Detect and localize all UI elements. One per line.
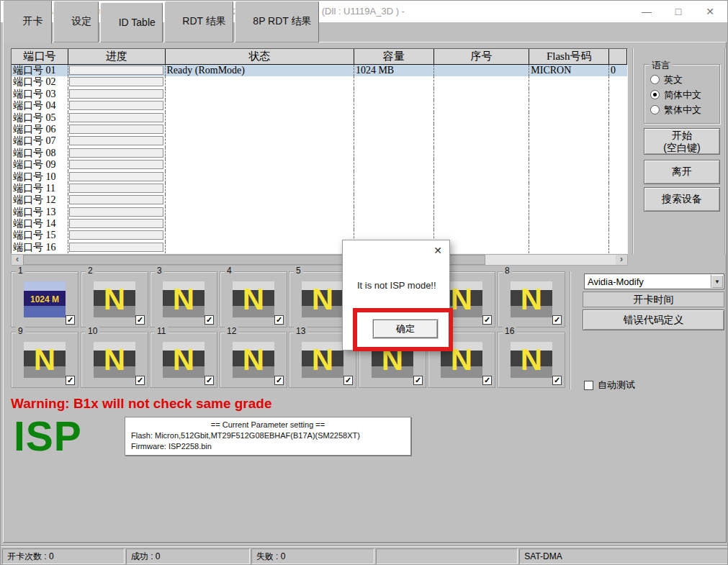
table-row[interactable]: 端口号 12 (12, 194, 627, 206)
status-cell (166, 183, 354, 194)
device-checkbox[interactable]: ✓ (274, 376, 284, 385)
serial-cell (434, 112, 530, 124)
tab-2[interactable]: ID Table (100, 2, 163, 42)
column-header[interactable]: 端口号 (12, 49, 68, 65)
dialog-close-icon[interactable]: ✕ (433, 245, 442, 256)
column-header[interactable]: 容量 (354, 49, 434, 65)
device-status-icon: N (94, 281, 135, 317)
flash-cell (529, 230, 609, 241)
table-row[interactable]: 端口号 03 (12, 89, 627, 100)
device-checkbox[interactable]: ✓ (413, 376, 423, 385)
chevron-down-icon[interactable]: ▼ (711, 275, 723, 288)
table-row[interactable]: 端口号 05 (12, 112, 627, 124)
capacity-cell (354, 183, 434, 194)
capacity-text (354, 171, 356, 182)
app-window: SMI Mass Production Tool - SM2258XT V102… (0, 0, 728, 565)
device-slot: 3 N ✓ (150, 271, 217, 327)
language-option[interactable]: 简体中文 (650, 87, 701, 102)
device-checkbox[interactable]: ✓ (343, 376, 353, 385)
status-cell (166, 89, 354, 100)
port-cell: 端口号 06 (12, 124, 68, 135)
progress-bar (69, 243, 163, 252)
column-header[interactable] (609, 49, 627, 65)
scan-devices-button[interactable]: 搜索设备 (644, 187, 720, 212)
device-icon-label: N (163, 342, 205, 378)
tab-label: ID Table (119, 17, 156, 28)
tab-0[interactable]: 开卡 (3, 0, 52, 44)
table-row[interactable]: 端口号 08 (12, 148, 627, 159)
device-checkbox[interactable]: ✓ (205, 376, 214, 385)
device-slot: 9 N ✓ (11, 332, 78, 388)
table-row[interactable]: 端口号 15 (12, 230, 627, 241)
capacity-text (354, 112, 356, 123)
extra-text (609, 112, 611, 123)
card-time-button[interactable]: 开卡时间 (583, 291, 724, 307)
column-header[interactable]: 序号 (434, 49, 530, 65)
table-row[interactable]: 端口号 07 (12, 135, 627, 147)
serial-cell (434, 159, 530, 171)
device-checkbox[interactable]: ✓ (482, 315, 492, 325)
device-status-icon: N (302, 342, 343, 378)
extra-cell (609, 183, 627, 194)
scroll-right-icon[interactable]: › (616, 255, 627, 265)
capacity-cell (354, 89, 434, 100)
table-row[interactable]: 端口号 14 (12, 218, 627, 230)
table-row[interactable]: 端口号 16 (12, 242, 627, 253)
error-code-definition-button[interactable]: 错误代码定义 (583, 309, 724, 330)
progress-bar (69, 160, 163, 169)
progress-cell (68, 148, 166, 159)
port-label: 端口号 06 (12, 124, 56, 135)
device-checkbox[interactable]: ✓ (66, 315, 75, 325)
table-row[interactable]: 端口号 02 (12, 76, 627, 88)
device-checkbox[interactable]: ✓ (552, 315, 562, 325)
table-row[interactable]: 端口号 09 (12, 159, 627, 171)
flash-text (529, 183, 531, 194)
start-button[interactable]: 开始 (空白键) (644, 128, 720, 155)
device-checkbox[interactable]: ✓ (482, 376, 492, 385)
device-checkbox[interactable]: ✓ (135, 315, 145, 325)
check-icon: ✓ (67, 376, 73, 384)
column-header[interactable]: Flash号码 (529, 49, 609, 65)
table-row[interactable]: 端口号 01 Ready (RomMode) 1024 MB MICRON 0 (12, 65, 627, 76)
radio-icon[interactable] (650, 75, 660, 84)
scroll-left-icon[interactable]: ‹ (12, 255, 23, 265)
language-option[interactable]: 英文 (650, 72, 701, 87)
tab-1[interactable]: 设定 (53, 1, 99, 42)
language-option[interactable]: 繁体中文 (650, 102, 701, 117)
device-checkbox[interactable]: ✓ (274, 315, 284, 325)
column-header[interactable]: 进度 (68, 49, 166, 65)
progress-cell (68, 135, 166, 147)
table-row[interactable]: 端口号 10 (12, 171, 627, 183)
tab-3[interactable]: RDT 结果 (164, 1, 233, 42)
table-body: 端口号 01 Ready (RomMode) 1024 MB MICRON 0 … (12, 65, 627, 253)
table-row[interactable]: 端口号 13 (12, 207, 627, 218)
tab-4[interactable]: 8P RDT 结果 (235, 1, 319, 42)
table-row[interactable]: 端口号 06 (12, 124, 627, 135)
device-status-icon: N (163, 342, 205, 378)
progress-bar (69, 195, 163, 204)
progress-bar (69, 77, 163, 86)
language-option-label: 繁体中文 (664, 104, 701, 117)
dialog-ok-button[interactable]: 确定 (373, 320, 438, 338)
table-row[interactable]: 端口号 11 (12, 183, 627, 194)
divider (724, 48, 726, 254)
device-checkbox[interactable]: ✓ (552, 376, 562, 385)
device-status-icon: N (233, 281, 274, 317)
status-text (166, 135, 167, 146)
auto-test-checkbox[interactable]: ✓ (584, 381, 593, 390)
minimize-button[interactable]: — (631, 1, 662, 22)
language-option-label: 英文 (664, 73, 683, 86)
radio-icon[interactable] (650, 90, 660, 99)
profile-dropdown[interactable]: Avidia-Modify ▼ (584, 274, 724, 289)
maximize-button[interactable]: □ (662, 1, 694, 22)
exit-button[interactable]: 离开 (644, 160, 720, 184)
close-button[interactable]: ✕ (694, 1, 726, 22)
device-checkbox[interactable]: ✓ (135, 376, 145, 385)
device-checkbox[interactable]: ✓ (205, 315, 214, 325)
radio-icon[interactable] (650, 105, 660, 114)
device-checkbox[interactable]: ✓ (66, 376, 75, 385)
column-header[interactable]: 状态 (166, 49, 354, 65)
table-row[interactable]: 端口号 04 (12, 100, 627, 112)
horizontal-scrollbar[interactable]: ‹ › (11, 254, 628, 266)
flash-text (529, 218, 531, 229)
